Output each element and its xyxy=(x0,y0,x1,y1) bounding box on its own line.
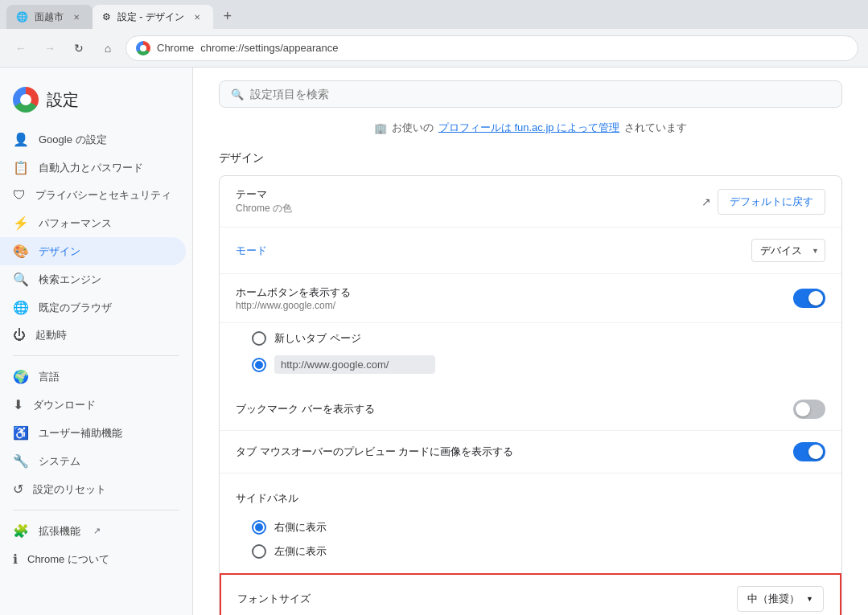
search-icon: 🔍 xyxy=(231,88,244,100)
sidebar-item-accessibility-label: ユーザー補助機能 xyxy=(39,426,122,441)
theme-label: テーマ xyxy=(236,187,701,202)
sidebar-item-performance-label: パフォーマンス xyxy=(39,216,112,231)
font-size-value: 中（推奨） xyxy=(747,592,800,606)
forward-button[interactable]: → xyxy=(39,37,61,59)
sidebar-item-system[interactable]: 🔧 システム xyxy=(0,447,186,475)
section-title: デザイン xyxy=(219,151,842,166)
download-icon: ⬇ xyxy=(13,397,23,412)
shield-icon: 🛡 xyxy=(13,188,26,203)
tab-preview-label: タブ マウスオーバーのプレビュー カードに画像を表示する xyxy=(236,445,793,459)
home-button-control xyxy=(793,289,825,308)
sidebar-item-accessibility[interactable]: ♿ ユーザー補助機能 xyxy=(0,419,186,447)
chrome-label: Chrome xyxy=(157,42,194,54)
refresh-button[interactable]: ↻ xyxy=(68,37,90,59)
sidebar-item-google-label: Google の設定 xyxy=(39,133,107,147)
tab-1-title: 面越市 xyxy=(35,10,64,24)
sidebar-item-design-label: デザイン xyxy=(39,244,80,259)
left-side-radio-row[interactable]: 左側に表示 xyxy=(252,539,825,564)
theme-label-container: テーマ Chrome の色 xyxy=(236,187,701,215)
sidebar-item-search[interactable]: 🔍 検索エンジン xyxy=(0,265,186,293)
performance-icon: ⚡ xyxy=(13,215,29,231)
sidebar-item-autofill[interactable]: 📋 自動入力とパスワード xyxy=(0,154,186,182)
new-tab-radio-row[interactable]: 新しいタブ ページ xyxy=(252,326,825,351)
sidebar-item-performance[interactable]: ⚡ パフォーマンス xyxy=(0,209,186,237)
address-field[interactable]: Chrome chrome://settings/appearance xyxy=(125,35,858,61)
organization-icon: 🏢 xyxy=(374,122,387,134)
sidebar-item-extensions-label: 拡張機能 xyxy=(39,524,80,539)
sidebar-item-download-label: ダウンロード xyxy=(33,398,96,412)
right-side-radio[interactable] xyxy=(252,520,266,535)
tab-2-favicon: ⚙ xyxy=(102,11,111,23)
sidebar-item-privacy[interactable]: 🛡 プライバシーとセキュリティ xyxy=(0,182,186,209)
side-panel-header-row: サイドパネル xyxy=(220,474,841,515)
chrome-settings-icon xyxy=(13,87,39,113)
mode-select[interactable]: デバイス ライト ダーク xyxy=(751,239,825,262)
home-button[interactable]: ⌂ xyxy=(97,37,119,59)
new-tab-button[interactable]: + xyxy=(216,5,239,27)
tab-1[interactable]: 🌐 面越市 ✕ xyxy=(6,5,93,29)
sidebar-item-startup-label: 起動時 xyxy=(35,328,67,342)
sidebar-item-download[interactable]: ⬇ ダウンロード xyxy=(0,391,186,419)
about-icon: ℹ xyxy=(13,551,18,567)
search-engine-icon: 🔍 xyxy=(13,272,29,287)
sidebar-item-system-label: システム xyxy=(39,454,80,469)
bookmarks-bar-toggle[interactable] xyxy=(793,400,825,419)
address-text: chrome://settings/appearance xyxy=(200,42,338,54)
mode-label: モード xyxy=(236,244,751,258)
clipboard-icon: 📋 xyxy=(13,160,29,175)
font-size-dropdown-arrow-icon: ▼ xyxy=(806,595,813,603)
browser-icon: 🌐 xyxy=(13,300,29,315)
font-size-row: フォントサイズ 中（推奨） ▼ 極小 小 中（推奨） 大 xyxy=(220,573,841,615)
theme-default-button[interactable]: デフォルトに戻す xyxy=(718,189,825,215)
sidebar-item-extensions[interactable]: 🧩 拡張機能 ↗ xyxy=(0,517,186,545)
side-panel-label: サイドパネル xyxy=(236,491,825,506)
font-size-select-button[interactable]: 中（推奨） ▼ xyxy=(737,586,824,612)
settings-header: 設定 xyxy=(0,80,192,125)
tab-preview-toggle-knob xyxy=(808,445,823,459)
sidebar-item-google[interactable]: 👤 Google の設定 xyxy=(0,125,186,154)
left-side-radio-label: 左側に表示 xyxy=(274,544,327,559)
tab-1-favicon: 🌐 xyxy=(16,11,28,23)
url-radio-input[interactable] xyxy=(274,355,435,374)
theme-row: テーマ Chrome の色 ↗ デフォルトに戻す xyxy=(220,176,841,228)
sidebar-item-about-label: Chrome について xyxy=(27,552,109,567)
sidebar-item-browser-label: 既定のブラウザ xyxy=(39,301,112,315)
sidebar-item-browser[interactable]: 🌐 既定のブラウザ xyxy=(0,293,186,322)
profile-notice-after: されています xyxy=(624,121,687,135)
tab-preview-toggle[interactable] xyxy=(793,442,825,461)
url-radio[interactable] xyxy=(252,358,266,372)
system-icon: 🔧 xyxy=(13,453,29,469)
tab-1-close[interactable]: ✕ xyxy=(70,10,83,23)
accessibility-icon: ♿ xyxy=(13,425,29,441)
tab-2-close[interactable]: ✕ xyxy=(191,10,204,23)
mode-control: デバイス ライト ダーク xyxy=(751,239,825,262)
right-side-radio-label: 右側に表示 xyxy=(274,520,327,535)
main-content: 設定 👤 Google の設定 📋 自動入力とパスワード 🛡 プライバシーとセキ… xyxy=(0,68,868,615)
sidebar-item-privacy-label: プライバシーとセキュリティ xyxy=(35,188,171,203)
font-size-control: 中（推奨） ▼ 極小 小 中（推奨） 大 極大 xyxy=(737,586,824,612)
tab-2[interactable]: ⚙ 設定 - デザイン ✕ xyxy=(93,5,213,29)
profile-notice-before: お使いの xyxy=(392,121,434,135)
profile-notice-link[interactable]: プロフィールは fun.ac.jp によって管理 xyxy=(438,121,619,135)
theme-external-link-icon[interactable]: ↗ xyxy=(701,195,711,208)
sidebar-item-about[interactable]: ℹ Chrome について xyxy=(0,545,186,573)
title-bar: 🌐 面越市 ✕ ⚙ 設定 - デザイン ✕ + xyxy=(0,0,868,29)
sidebar-item-design[interactable]: 🎨 デザイン xyxy=(0,237,186,265)
home-button-toggle[interactable] xyxy=(793,289,825,308)
url-radio-row[interactable] xyxy=(252,351,825,379)
left-side-radio[interactable] xyxy=(252,544,266,559)
sidebar-item-search-label: 検索エンジン xyxy=(39,273,101,287)
tab-2-title: 設定 - デザイン xyxy=(117,10,184,24)
mode-row: モード デバイス ライト ダーク xyxy=(220,228,841,274)
address-bar: ← → ↻ ⌂ Chrome chrome://settings/appeara… xyxy=(0,29,868,68)
tab-preview-row: タブ マウスオーバーのプレビュー カードに画像を表示する xyxy=(220,431,841,474)
search-input[interactable] xyxy=(250,88,830,100)
sidebar-title: 設定 xyxy=(47,89,79,111)
bookmarks-bar-label: ブックマーク バーを表示する xyxy=(236,402,793,416)
sidebar-item-language[interactable]: 🌍 言語 xyxy=(0,363,186,391)
right-side-radio-row[interactable]: 右側に表示 xyxy=(252,515,825,539)
new-tab-radio[interactable] xyxy=(252,331,266,346)
sidebar-item-startup[interactable]: ⏻ 起動時 xyxy=(0,322,186,349)
back-button[interactable]: ← xyxy=(10,37,32,59)
sidebar-item-reset[interactable]: ↺ 設定のリセット xyxy=(0,475,186,503)
